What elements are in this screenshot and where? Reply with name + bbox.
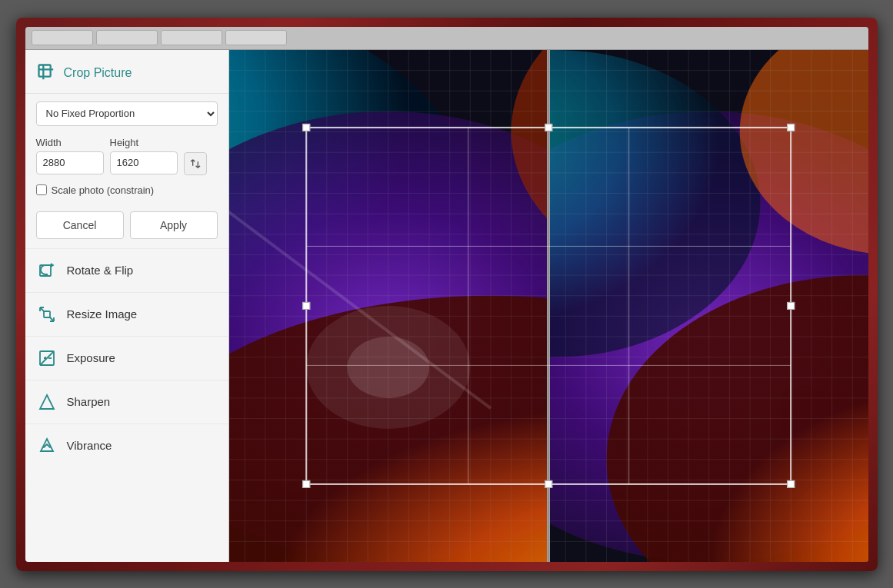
height-input[interactable]: [110, 151, 178, 174]
vibrance-label: Vibrance: [67, 439, 112, 452]
swap-dimensions-button[interactable]: [184, 152, 207, 175]
toolbar-btn-2[interactable]: [96, 30, 158, 45]
width-label: Width: [36, 137, 104, 148]
crop-icon: [36, 62, 58, 84]
cancel-button[interactable]: Cancel: [36, 211, 124, 239]
dimensions-row: Width Height: [25, 134, 228, 178]
width-input[interactable]: [36, 151, 104, 174]
sharpen-icon: [36, 391, 58, 413]
tool-item-exposure[interactable]: Exposure: [25, 336, 228, 380]
tool-item-vibrance[interactable]: Vibrance: [25, 424, 228, 467]
page-right: [550, 50, 868, 562]
resize-label: Resize Image: [67, 307, 138, 321]
proportion-select[interactable]: No Fixed Proportion 1:1 (Square) 4:3 16:…: [36, 101, 218, 126]
toolbar-btn-1[interactable]: [32, 30, 93, 45]
sharpen-label: Sharpen: [67, 395, 111, 408]
width-group: Width: [36, 137, 104, 174]
action-buttons: Cancel Apply: [25, 202, 228, 248]
apply-button[interactable]: Apply: [130, 211, 218, 239]
main-image: [229, 50, 548, 562]
resize-icon: [36, 304, 58, 325]
scale-checkbox[interactable]: [36, 184, 47, 195]
top-bar: [25, 27, 868, 50]
scale-row: Scale photo (constrain): [25, 178, 228, 202]
outer-frame: Crop Picture No Fixed Proportion 1:1 (Sq…: [16, 18, 878, 571]
scale-label: Scale photo (constrain): [52, 184, 155, 196]
main-area: Crop Picture No Fixed Proportion 1:1 (Sq…: [25, 50, 868, 562]
image-area: [229, 50, 868, 562]
toolbar-btn-3[interactable]: [161, 30, 222, 45]
tool-item-sharpen[interactable]: Sharpen: [25, 380, 228, 424]
rotate-flip-icon: [36, 260, 58, 281]
exposure-icon: [36, 347, 58, 369]
vibrance-icon: [36, 435, 58, 457]
svg-point-74: [347, 336, 429, 397]
page-left: [229, 50, 548, 562]
height-group: Height: [110, 137, 178, 174]
rotate-flip-label: Rotate & Flip: [67, 264, 134, 277]
toolbar-btn-4[interactable]: [225, 30, 287, 45]
svg-rect-0: [38, 65, 50, 76]
svg-rect-2: [44, 311, 50, 317]
tool-item-resize-image[interactable]: Resize Image: [25, 292, 228, 336]
tool-item-rotate-flip[interactable]: Rotate & Flip: [25, 248, 228, 292]
inner-content: Crop Picture No Fixed Proportion 1:1 (Sq…: [25, 27, 868, 562]
crop-header: Crop Picture: [25, 50, 228, 94]
height-label: Height: [110, 137, 178, 148]
book-pages: [229, 50, 868, 562]
left-panel: Crop Picture No Fixed Proportion 1:1 (Sq…: [25, 50, 229, 562]
crop-title: Crop Picture: [64, 66, 132, 80]
main-image-right: [550, 50, 868, 562]
exposure-label: Exposure: [67, 351, 115, 364]
